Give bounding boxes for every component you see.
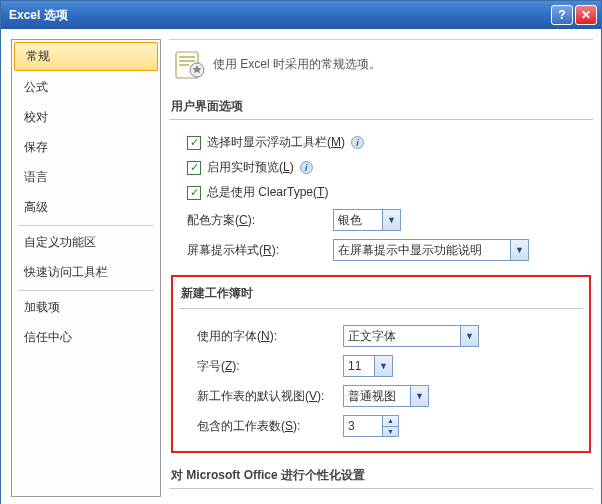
options-icon [173, 48, 205, 80]
row-view: 新工作表的默认视图(V): 普通视图 ▼ [179, 381, 583, 411]
checkbox-icon[interactable]: ✓ [187, 136, 201, 150]
sidebar-item-general[interactable]: 常规 [14, 42, 158, 71]
options-window: Excel 选项 ? ✕ 常规 公式 校对 保存 语言 高级 自定义功能区 快速… [0, 0, 602, 504]
svg-rect-3 [179, 64, 189, 66]
window-title: Excel 选项 [9, 7, 551, 24]
svg-rect-2 [179, 60, 195, 62]
highlight-box: 新建工作簿时 使用的字体(N): 正文字体 ▼ 字号(Z): 11 ▼ [171, 275, 591, 453]
sheet-count-label: 包含的工作表数(S): [197, 418, 337, 435]
header-text: 使用 Excel 时采用的常规选项。 [213, 56, 381, 73]
row-size: 字号(Z): 11 ▼ [179, 351, 583, 381]
row-color-scheme: 配色方案(C): 银色 ▼ [169, 205, 593, 235]
chevron-down-icon: ▼ [382, 210, 400, 230]
svg-rect-1 [179, 56, 195, 58]
screentip-select[interactable]: 在屏幕提示中显示功能说明 ▼ [333, 239, 529, 261]
sidebar-item-ribbon[interactable]: 自定义功能区 [12, 228, 160, 258]
help-button[interactable]: ? [551, 5, 573, 25]
screentip-label: 屏幕提示样式(R): [187, 242, 327, 259]
sidebar-item-trust[interactable]: 信任中心 [12, 323, 160, 353]
section-newwb-title: 新建工作簿时 [179, 285, 583, 309]
checkbox-icon[interactable]: ✓ [187, 161, 201, 175]
sidebar-item-formula[interactable]: 公式 [12, 73, 160, 103]
opt-live-preview[interactable]: ✓ 启用实时预览(L) i [169, 155, 593, 180]
close-button[interactable]: ✕ [575, 5, 597, 25]
body: 常规 公式 校对 保存 语言 高级 自定义功能区 快速访问工具栏 加载项 信任中… [1, 29, 601, 504]
row-font: 使用的字体(N): 正文字体 ▼ [179, 321, 583, 351]
view-label: 新工作表的默认视图(V): [197, 388, 337, 405]
titlebar-buttons: ? ✕ [551, 5, 597, 25]
sidebar-item-proof[interactable]: 校对 [12, 103, 160, 133]
separator [18, 225, 154, 226]
sidebar-item-advanced[interactable]: 高级 [12, 193, 160, 223]
chevron-up-icon: ▲ [383, 416, 398, 427]
view-select[interactable]: 普通视图 ▼ [343, 385, 429, 407]
sidebar-item-save[interactable]: 保存 [12, 133, 160, 163]
opt-mini-toolbar[interactable]: ✓ 选择时显示浮动工具栏(M) i [169, 130, 593, 155]
section-ui-title: 用户界面选项 [169, 94, 593, 120]
color-scheme-select[interactable]: 银色 ▼ [333, 209, 401, 231]
row-sheet-count: 包含的工作表数(S): 3 ▲▼ [179, 411, 583, 441]
header-row: 使用 Excel 时采用的常规选项。 [169, 42, 593, 94]
sidebar-item-qat[interactable]: 快速访问工具栏 [12, 258, 160, 288]
opt-cleartype[interactable]: ✓ 总是使用 ClearType(T) [169, 180, 593, 205]
sidebar-item-language[interactable]: 语言 [12, 163, 160, 193]
chevron-down-icon: ▼ [460, 326, 478, 346]
opt-label: 选择时显示浮动工具栏(M) [207, 134, 345, 151]
chevron-down-icon: ▼ [383, 427, 398, 437]
section-personal-title: 对 Microsoft Office 进行个性化设置 [169, 463, 593, 489]
sheet-count-spinner[interactable]: 3 ▲▼ [343, 415, 399, 437]
color-scheme-label: 配色方案(C): [187, 212, 327, 229]
font-label: 使用的字体(N): [197, 328, 337, 345]
size-select[interactable]: 11 ▼ [343, 355, 393, 377]
row-screentip: 屏幕提示样式(R): 在屏幕提示中显示功能说明 ▼ [169, 235, 593, 265]
opt-label: 启用实时预览(L) [207, 159, 294, 176]
chevron-down-icon: ▼ [510, 240, 528, 260]
sidebar: 常规 公式 校对 保存 语言 高级 自定义功能区 快速访问工具栏 加载项 信任中… [11, 39, 161, 497]
font-select[interactable]: 正文字体 ▼ [343, 325, 479, 347]
info-icon[interactable]: i [351, 136, 364, 149]
opt-label: 总是使用 ClearType(T) [207, 184, 328, 201]
sidebar-item-addins[interactable]: 加载项 [12, 293, 160, 323]
spinner-buttons[interactable]: ▲▼ [382, 416, 398, 436]
checkbox-icon[interactable]: ✓ [187, 186, 201, 200]
separator [18, 290, 154, 291]
size-label: 字号(Z): [197, 358, 337, 375]
info-icon[interactable]: i [300, 161, 313, 174]
chevron-down-icon: ▼ [410, 386, 428, 406]
content-panel: 使用 Excel 时采用的常规选项。 用户界面选项 ✓ 选择时显示浮动工具栏(M… [169, 39, 593, 497]
titlebar[interactable]: Excel 选项 ? ✕ [1, 1, 601, 29]
chevron-down-icon: ▼ [374, 356, 392, 376]
